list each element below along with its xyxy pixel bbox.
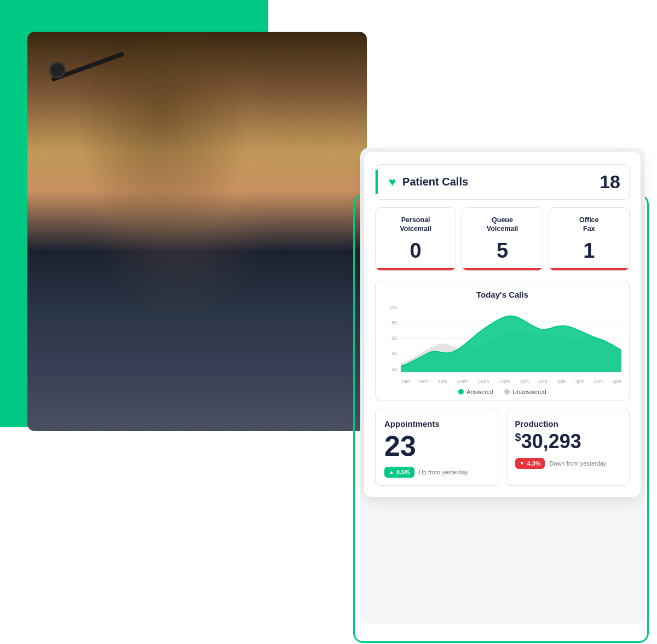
- y-label-60: 60: [391, 335, 397, 341]
- y-label-20: 20: [391, 367, 397, 372]
- production-badge: ▼ 4.3%: [515, 458, 545, 469]
- production-badge-value: 4.3%: [527, 460, 540, 467]
- voicemail-card-fax: OfficeFax 1: [549, 207, 630, 271]
- legend-answered-label: Answered: [466, 388, 493, 395]
- production-label: Production: [515, 419, 621, 428]
- appointments-number: 23: [384, 432, 490, 460]
- chart-legend: Answered Unanswered: [383, 388, 621, 395]
- voicemail-fax-title: OfficeFax: [555, 216, 624, 234]
- chart-title: Today's Calls: [383, 290, 621, 299]
- appointments-label: Appointments: [384, 419, 490, 428]
- appointments-badge: ▲ 8.5%: [384, 467, 414, 478]
- x-label-1pm: 1pm: [520, 379, 529, 384]
- x-label-5pm: 5pm: [594, 379, 603, 384]
- x-label-2pm: 2pm: [538, 379, 548, 384]
- chart-svg: [401, 305, 621, 372]
- person-photo: [27, 32, 367, 431]
- patient-calls-count: 18: [600, 171, 620, 193]
- x-label-10am: 10am: [457, 379, 468, 384]
- x-label-7am: 7am: [401, 379, 410, 384]
- production-card: Production $30,293 ▼ 4.3% Down from yest…: [506, 409, 630, 486]
- down-arrow-icon: ▼: [520, 460, 525, 466]
- x-label-9am: 9am: [438, 379, 447, 384]
- appointments-badge-value: 8.5%: [396, 469, 410, 475]
- bottom-stats-grid: Appointments 23 ▲ 8.5% Up from yesterday…: [375, 409, 630, 486]
- x-label-6pm: 6pm: [612, 379, 621, 384]
- voicemail-personal-count: 0: [381, 239, 450, 270]
- appointments-card: Appointments 23 ▲ 8.5% Up from yesterday: [375, 409, 499, 486]
- legend-unanswered-label: Unanswered: [512, 388, 546, 395]
- y-label-40: 40: [391, 351, 397, 356]
- production-number: $30,293: [515, 432, 621, 451]
- voicemail-grid: PersonalVoicemail 0 QueueVoicemail 5 Off…: [375, 207, 630, 271]
- chart-section: Today's Calls 100 80 60 40 20: [375, 281, 630, 401]
- heart-icon: ♥: [389, 175, 396, 189]
- voicemail-fax-count: 1: [555, 239, 624, 270]
- up-arrow-icon: ▲: [389, 469, 394, 475]
- production-change-text: Down from yesterday: [549, 460, 606, 467]
- x-label-12pm: 12pm: [499, 379, 510, 384]
- voicemail-card-personal: PersonalVoicemail 0: [375, 207, 456, 271]
- currency-symbol: $: [515, 431, 521, 443]
- legend-unanswered: Unanswered: [504, 388, 546, 395]
- voicemail-card-queue: QueueVoicemail 5: [462, 207, 543, 271]
- patient-calls-row: ♥ Patient Calls 18: [375, 164, 630, 200]
- legend-answered: Answered: [458, 388, 493, 395]
- appointments-change-text: Up from yesterday: [419, 469, 468, 475]
- x-label-4pm: 4pm: [575, 379, 585, 384]
- voicemail-queue-title: QueueVoicemail: [468, 216, 537, 234]
- voicemail-queue-count: 5: [468, 239, 537, 270]
- dashboard-card: ♥ Patient Calls 18 PersonalVoicemail 0 Q…: [364, 152, 641, 497]
- voicemail-personal-title: PersonalVoicemail: [381, 216, 450, 234]
- y-label-100: 100: [389, 305, 397, 310]
- y-label-80: 80: [391, 320, 397, 326]
- x-label-3pm: 3pm: [557, 379, 566, 384]
- x-label-8am: 8am: [419, 379, 429, 384]
- patient-calls-label: Patient Calls: [402, 176, 468, 188]
- x-label-11am: 11am: [477, 379, 489, 384]
